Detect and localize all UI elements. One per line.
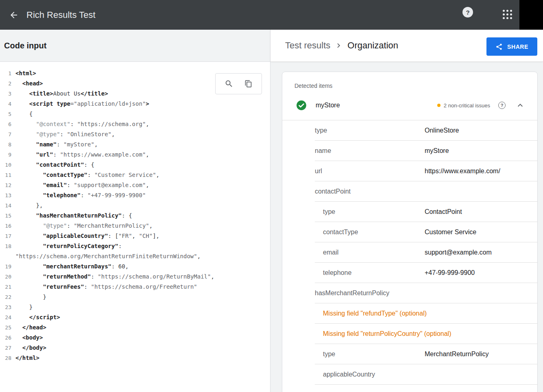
code-text[interactable]: "name": "myStore", [15, 139, 98, 150]
line-number: 15 [0, 211, 15, 221]
search-icon[interactable] [225, 79, 233, 88]
code-text[interactable]: <html> [15, 68, 36, 78]
code-line: 8 "name": "myStore", [0, 139, 270, 150]
chevron-up-icon[interactable] [515, 100, 525, 110]
breadcrumb-organization: Organization [347, 40, 398, 51]
line-number: 4 [0, 99, 15, 109]
results-body: Detected items myStore 2 non-critical is… [270, 62, 543, 392]
code-text[interactable]: </body> [15, 343, 46, 353]
line-number: 19 [0, 261, 15, 272]
missing-field-text: Missing field "refundType" (optional) [315, 310, 427, 317]
code-text[interactable]: "@context": "https://schema.org", [15, 119, 149, 129]
code-line: 19 "merchantReturnDays": 60, [0, 261, 270, 272]
code-input-title: Code input [4, 41, 46, 50]
code-line: 16 "@type": "MerchantReturnPolicy", [0, 221, 270, 231]
code-line: 24 </script> [0, 312, 270, 322]
code-lines[interactable]: 1<html>2 <head>3 <title>About Us</title>… [0, 68, 270, 363]
row-value: myStore [425, 147, 449, 155]
line-number: 7 [0, 129, 15, 139]
row-value: OnlineStore [425, 127, 459, 134]
row-value: ContactPoint [425, 208, 462, 216]
code-input-header: Code input [0, 30, 270, 62]
line-number: 3 [0, 89, 15, 99]
code-input-panel: Code input 1<html>2 <head>3 <title>About… [0, 30, 270, 392]
code-text[interactable]: <head> [15, 78, 43, 89]
code-text[interactable]: "returnMethod": "https://schema.org/Retu… [15, 272, 214, 282]
code-line: 20 "returnMethod": "https://schema.org/R… [0, 272, 270, 282]
code-text[interactable]: "@type": "OnlineStore", [15, 129, 115, 139]
line-number: 20 [0, 272, 15, 282]
code-text[interactable]: "returnPolicyCategory": [15, 241, 122, 251]
code-line: 25 </head> [0, 322, 270, 333]
group-row: contactPoint [315, 181, 537, 202]
code-text[interactable]: "contactType": "Customer Service", [15, 170, 159, 180]
row-key: url [315, 168, 425, 175]
line-number: 22 [0, 292, 15, 302]
line-number: 16 [0, 221, 15, 231]
code-text[interactable]: } [15, 292, 46, 302]
detected-item-header[interactable]: myStore 2 non-critical issues ? [282, 91, 537, 120]
code-text[interactable]: } [15, 302, 33, 312]
topbar: Rich Results Test ? [0, 0, 543, 30]
row-value: MerchantReturnPolicy [425, 351, 488, 358]
row-key: type [315, 127, 425, 134]
row-key: telephone [315, 269, 425, 277]
code-text[interactable]: "telephone": "+47-99-999-9900" [15, 190, 146, 200]
code-text[interactable]: "https://schema.org/MerchantReturnFinite… [15, 251, 201, 261]
code-text[interactable]: "email": "support@example.com", [15, 180, 149, 190]
share-button[interactable]: SHARE [486, 37, 537, 56]
line-number: 23 [0, 302, 15, 312]
line-number: 8 [0, 139, 15, 150]
line-number: 28 [0, 353, 15, 363]
code-text[interactable]: "@type": "MerchantReturnPolicy", [15, 221, 153, 231]
line-number: 2 [0, 78, 15, 89]
row-key: hasMerchantReturnPolicy [315, 290, 425, 297]
code-text[interactable]: </script> [15, 312, 60, 322]
row-value: +47-99-999-9900 [425, 269, 475, 277]
code-text[interactable]: { [15, 109, 33, 119]
code-line: 18 "returnPolicyCategory": [0, 241, 270, 251]
detail-row: namemyStore [315, 141, 537, 161]
arrow-left-icon [9, 10, 19, 20]
code-text[interactable]: }, [15, 200, 43, 211]
item-header-meta: 2 non-critical issues ? [437, 100, 525, 110]
help-icon[interactable]: ? [462, 7, 473, 17]
detected-items-label: Detected items [282, 72, 537, 91]
apps-grid-icon[interactable] [503, 10, 512, 19]
code-text[interactable]: </head> [15, 322, 46, 333]
detail-row: typeContactPoint [315, 202, 537, 222]
breadcrumb-test-results[interactable]: Test results [285, 40, 330, 51]
code-text[interactable]: "url": "https://www.example.com", [15, 150, 149, 160]
code-line: 15 "hasMerchantReturnPolicy": { [0, 211, 270, 221]
code-line: "https://schema.org/MerchantReturnFinite… [0, 251, 270, 261]
line-number: 11 [0, 170, 15, 180]
code-text[interactable]: "merchantReturnDays": 60, [15, 261, 129, 272]
line-number: 21 [0, 282, 15, 292]
line-number: 13 [0, 190, 15, 200]
detail-row: emailsupport@example.com [315, 242, 537, 263]
code-text[interactable]: </html> [15, 353, 39, 363]
code-text[interactable]: <title>About Us</title> [15, 89, 108, 99]
row-key: type [315, 208, 425, 216]
line-number: 18 [0, 241, 15, 251]
code-line: 28</html> [0, 353, 270, 363]
code-text[interactable]: <body> [15, 333, 43, 343]
detected-item-name: myStore [316, 102, 340, 109]
missing-field-text: Missing field "returnPolicyCountry" (opt… [315, 330, 451, 338]
code-text[interactable]: "contactPoint": { [15, 160, 94, 170]
chevron-right-icon [334, 41, 343, 50]
valid-check-icon [296, 100, 307, 111]
code-editor[interactable]: 1<html>2 <head>3 <title>About Us</title>… [0, 62, 270, 392]
back-button[interactable] [6, 7, 22, 23]
row-value: support@example.com [425, 249, 492, 256]
code-text[interactable]: "returnFees": "https://schema.org/FreeRe… [15, 282, 197, 292]
code-line: 13 "telephone": "+47-99-999-9900" [0, 190, 270, 200]
line-number: 5 [0, 109, 15, 119]
code-text[interactable]: "hasMerchantReturnPolicy": { [15, 211, 132, 221]
code-text[interactable]: <script type="application/ld+json"> [15, 99, 149, 109]
code-text[interactable]: "applicableCountry": ["FR", "CH"], [15, 231, 159, 241]
help-outline-icon[interactable]: ? [498, 102, 506, 109]
row-key: contactPoint [315, 188, 425, 195]
code-line: 17 "applicableCountry": ["FR", "CH"], [0, 231, 270, 241]
copy-icon[interactable] [244, 79, 253, 88]
